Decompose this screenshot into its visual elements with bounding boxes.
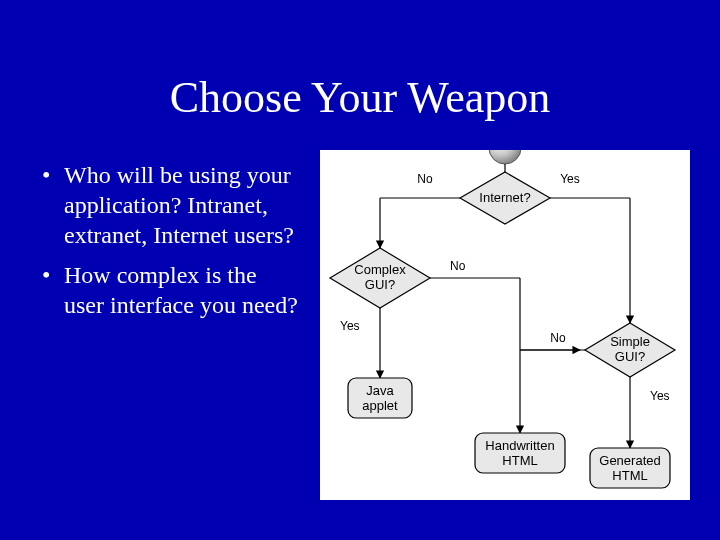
decision-complex-gui-label2: GUI? xyxy=(365,277,395,292)
flowchart-diagram: Internet? No Yes Complex GUI? No Yes Jav xyxy=(320,150,690,500)
terminal-generated-label1: Generated xyxy=(599,453,660,468)
terminal-java-applet-label2: applet xyxy=(362,398,398,413)
bullet-list: Who will be using your application? Intr… xyxy=(42,160,302,330)
edge-label-no: No xyxy=(550,331,566,345)
terminal-java-applet-label1: Java xyxy=(366,383,394,398)
terminal-generated-label2: HTML xyxy=(612,468,647,483)
slide-title: Choose Your Weapon xyxy=(0,72,720,123)
bullet-item: How complex is the user interface you ne… xyxy=(42,260,302,320)
decision-complex-gui-label1: Complex xyxy=(354,262,406,277)
edge-label-no: No xyxy=(450,259,466,273)
edge-label-yes: Yes xyxy=(340,319,360,333)
edge-label-yes: Yes xyxy=(650,389,670,403)
terminal-handwritten-label1: Handwritten xyxy=(485,438,554,453)
decision-simple-gui-label2: GUI? xyxy=(615,349,645,364)
decision-internet-label: Internet? xyxy=(479,190,530,205)
edge-label-no: No xyxy=(417,172,433,186)
start-node xyxy=(489,150,521,164)
slide: Choose Your Weapon Who will be using you… xyxy=(0,0,720,540)
terminal-handwritten-label2: HTML xyxy=(502,453,537,468)
decision-simple-gui-label1: Simple xyxy=(610,334,650,349)
bullet-item: Who will be using your application? Intr… xyxy=(42,160,302,250)
edge-label-yes: Yes xyxy=(560,172,580,186)
